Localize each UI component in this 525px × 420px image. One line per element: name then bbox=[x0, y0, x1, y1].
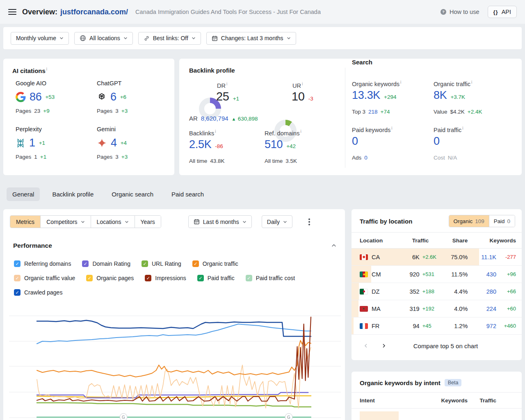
hamburger-menu-icon[interactable] bbox=[8, 7, 16, 16]
organic-toggle-button[interactable]: Organic 109 bbox=[449, 215, 489, 227]
section-tab[interactable]: Organic search bbox=[106, 187, 159, 201]
keywords-value-link[interactable]: 972 bbox=[470, 323, 496, 329]
value-row: Value $4.2K +2.4K bbox=[434, 109, 482, 115]
chevron-down-icon bbox=[123, 36, 128, 40]
series-impressions bbox=[37, 317, 311, 401]
checkbox-checked-icon[interactable] bbox=[145, 275, 151, 281]
backlinks-value-link[interactable]: 2.5K bbox=[189, 138, 211, 151]
ur-label: URi bbox=[292, 82, 303, 89]
metric-toggle[interactable]: Referring domains bbox=[14, 260, 71, 267]
target-domain-link[interactable]: justforcanada.com/ bbox=[60, 8, 128, 16]
filters-bar: Monthly volume All locations Best links:… bbox=[3, 27, 522, 49]
how-to-use-label: How to use bbox=[450, 9, 479, 15]
metric-toggle[interactable]: Organic traffic bbox=[192, 260, 238, 267]
checkbox-checked-icon[interactable] bbox=[86, 275, 93, 281]
metric-toggle[interactable]: Crawled pages bbox=[14, 289, 62, 296]
compare-top5-link[interactable]: Compare top 5 on chart bbox=[390, 342, 514, 349]
chevron-down-icon bbox=[125, 220, 129, 224]
metric-label: Impressions bbox=[155, 275, 186, 281]
checkbox-checked-icon[interactable] bbox=[192, 260, 199, 267]
paid-toggle-button[interactable]: Paid 0 bbox=[489, 215, 515, 227]
metric-toggle[interactable]: Paid traffic bbox=[197, 275, 235, 281]
series-url-rating bbox=[37, 403, 311, 407]
table-row[interactable]: CM 920 +531 11.5% 430 +96 bbox=[352, 266, 522, 283]
checkbox-checked-icon[interactable] bbox=[14, 275, 21, 281]
intent-first-row[interactable] bbox=[352, 409, 522, 420]
ur-delta: -3 bbox=[308, 96, 313, 102]
country-code: FR bbox=[372, 323, 379, 329]
table-row[interactable]: CA 6K +2.6K 75.0% 11.1K -277 bbox=[352, 249, 522, 266]
table-row[interactable]: FR 94 +45 1.2% 972 +460 bbox=[352, 317, 522, 335]
country-code: MA bbox=[372, 306, 381, 312]
paid-traffic-value-link[interactable]: 0 bbox=[434, 135, 440, 147]
section-tab[interactable]: Backlink profile bbox=[46, 187, 99, 201]
share-bar bbox=[352, 283, 359, 300]
checkbox-checked-icon[interactable] bbox=[82, 260, 89, 267]
kebab-menu-icon[interactable] bbox=[304, 216, 315, 228]
country-code: CA bbox=[372, 254, 380, 260]
section-tabs: General Backlink profile Organic search … bbox=[7, 187, 210, 201]
checkbox-checked-icon[interactable] bbox=[197, 275, 204, 281]
keywords-value-link[interactable]: 280 bbox=[470, 288, 496, 295]
keywords-value-link[interactable]: 224 bbox=[470, 306, 496, 312]
paid-keywords-value-link[interactable]: 0 bbox=[352, 135, 358, 147]
section-tab[interactable]: Paid search bbox=[166, 187, 210, 201]
globe-icon bbox=[80, 35, 86, 41]
metric-toggle[interactable]: URL Rating bbox=[142, 260, 181, 267]
organic-keywords-value-link[interactable]: 13.3K bbox=[352, 89, 380, 102]
ref-domains-value-link[interactable]: 510 bbox=[265, 138, 283, 151]
performance-chart[interactable]: GG bbox=[3, 301, 345, 420]
granularity-dropdown[interactable]: Daily bbox=[262, 215, 292, 228]
date-range-dropdown[interactable]: Last 6 months bbox=[188, 215, 252, 228]
traffic-delta: +2.6K bbox=[420, 254, 441, 260]
how-to-use-button[interactable]: ? How to use bbox=[440, 9, 479, 15]
locations-tab[interactable]: Locations bbox=[91, 216, 135, 228]
metric-toggle[interactable]: Domain Rating bbox=[82, 260, 130, 267]
years-tab[interactable]: Years bbox=[135, 216, 161, 228]
checkbox-checked-icon[interactable] bbox=[14, 289, 21, 296]
metric-label: Domain Rating bbox=[92, 260, 130, 267]
api-button[interactable]: {} API bbox=[488, 6, 517, 18]
ar-delta: 630,898 bbox=[238, 116, 258, 122]
metric-toggle[interactable]: Organic traffic value bbox=[14, 275, 75, 281]
competitors-tab[interactable]: Competitors bbox=[40, 216, 90, 228]
best-links-dropdown[interactable]: Best links: Off bbox=[138, 32, 201, 45]
organic-keywords-label: Organic keywordsi bbox=[352, 80, 401, 88]
traffic-value: 352 bbox=[393, 288, 420, 295]
metric-label: Organic traffic bbox=[203, 260, 238, 267]
dr-value: 25 bbox=[216, 90, 229, 103]
metrics-tab[interactable]: Metrics bbox=[10, 216, 40, 228]
changes-dropdown[interactable]: Changes: Last 3 months bbox=[206, 32, 296, 45]
metric-toggle[interactable]: Paid traffic cost bbox=[246, 275, 295, 281]
prev-page-icon[interactable] bbox=[360, 340, 372, 352]
collapse-chevron-icon[interactable] bbox=[331, 243, 337, 249]
ai-citations-card: AI citationsi Google AIO 86 +53 Pages23+… bbox=[3, 59, 174, 175]
keywords-value-link[interactable]: 430 bbox=[470, 271, 496, 278]
metric-toggle[interactable]: Organic pages bbox=[86, 275, 134, 281]
keywords-by-intent-card: Organic keywords by intent Beta Intent K… bbox=[352, 372, 522, 420]
locations-dropdown[interactable]: All locations bbox=[74, 32, 133, 45]
table-row[interactable]: MA 319 +192 4.0% 224 +60 bbox=[352, 300, 522, 317]
keywords-value-link[interactable]: 11.1K bbox=[470, 254, 496, 260]
top3-value-link[interactable]: 218 bbox=[368, 109, 378, 115]
series-referring-domains bbox=[37, 324, 311, 344]
share-bar bbox=[352, 300, 358, 317]
performance-title: Performance bbox=[13, 242, 52, 249]
monthly-volume-dropdown[interactable]: Monthly volume bbox=[11, 32, 69, 45]
section-tab[interactable]: General bbox=[7, 187, 40, 201]
svg-text:?: ? bbox=[442, 9, 445, 14]
openai-icon bbox=[97, 92, 107, 102]
organic-traffic-value-link[interactable]: 8K bbox=[434, 89, 447, 102]
table-row[interactable]: DZ 352 +188 4.4% 280 +66 bbox=[352, 283, 522, 300]
ads-value-link[interactable]: 0 bbox=[364, 155, 368, 161]
metric-toggle[interactable]: Impressions bbox=[145, 275, 186, 281]
link-icon bbox=[144, 35, 150, 41]
metric-label: Organic traffic value bbox=[24, 275, 75, 281]
checkbox-checked-icon[interactable] bbox=[246, 275, 252, 281]
next-page-icon[interactable] bbox=[378, 340, 390, 352]
ref-domains-delta: +42 bbox=[286, 143, 296, 149]
ar-value-link[interactable]: 8,620,794 bbox=[201, 115, 228, 122]
checkbox-checked-icon[interactable] bbox=[142, 260, 148, 267]
performance-card: Metrics Competitors Locations Years Last… bbox=[3, 209, 345, 420]
checkbox-checked-icon[interactable] bbox=[14, 260, 21, 267]
